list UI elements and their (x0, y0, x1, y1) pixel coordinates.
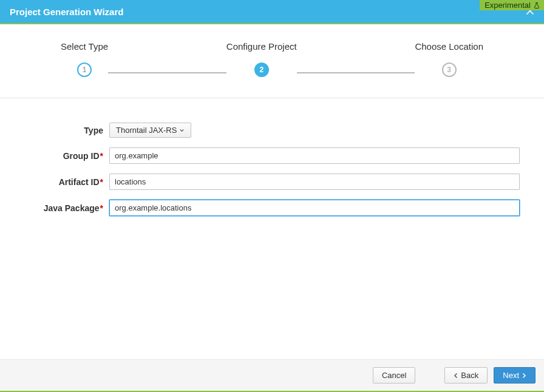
step-number: 2 (254, 63, 269, 77)
step-label: Configure Project (226, 41, 297, 52)
java-package-label: Java Package* (24, 203, 109, 213)
footer-spacer (421, 367, 438, 384)
step-label: Select Type (61, 41, 108, 52)
required-star: * (100, 177, 103, 187)
group-id-label: Group ID* (24, 151, 109, 161)
back-button[interactable]: Back (444, 367, 488, 384)
experimental-label: Experimental (484, 1, 531, 10)
chevron-right-icon (522, 373, 526, 379)
step-label: Choose Location (415, 41, 483, 52)
step-number: 3 (442, 63, 457, 77)
experimental-badge: Experimental (480, 0, 544, 10)
type-select[interactable]: Thorntail JAX-RS (109, 123, 191, 138)
chevron-left-icon (454, 373, 458, 379)
form-row-type: Type Thorntail JAX-RS (24, 123, 520, 138)
dialog-title: Project Generation Wizard (10, 7, 123, 17)
cancel-button[interactable]: Cancel (373, 367, 415, 384)
type-label: Type (24, 126, 109, 135)
dialog-footer: Cancel Back Next (0, 359, 544, 392)
step-configure-project[interactable]: Configure Project 2 (226, 41, 297, 77)
type-select-value: Thorntail JAX-RS (116, 126, 177, 135)
form-row-java-package: Java Package* (24, 200, 520, 216)
group-id-input[interactable] (109, 147, 520, 164)
form-row-group-id: Group ID* (24, 147, 520, 164)
step-choose-location[interactable]: Choose Location 3 (415, 41, 483, 77)
next-button[interactable]: Next (494, 367, 536, 384)
dialog-header: Project Generation Wizard (0, 0, 544, 24)
flask-icon (533, 2, 540, 9)
artifact-id-input[interactable] (109, 174, 520, 190)
stepper: Select Type 1 Configure Project 2 Choose… (0, 24, 544, 98)
form-area: Type Thorntail JAX-RS Group ID* Artifact… (0, 98, 544, 238)
artifact-id-label: Artifact ID* (24, 177, 109, 187)
step-select-type[interactable]: Select Type 1 (61, 41, 108, 77)
chevron-down-icon (179, 127, 185, 133)
step-number: 1 (77, 63, 92, 77)
java-package-input[interactable] (109, 200, 520, 216)
form-row-artifact-id: Artifact ID* (24, 174, 520, 190)
required-star: * (100, 203, 103, 213)
required-star: * (100, 151, 103, 161)
